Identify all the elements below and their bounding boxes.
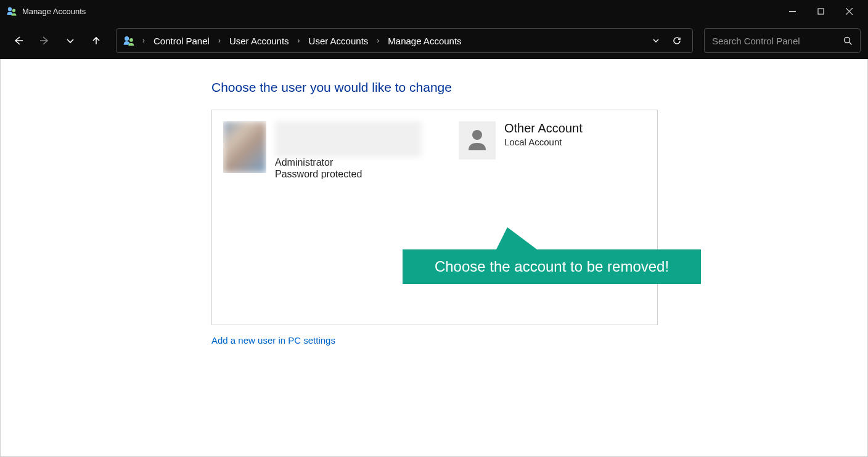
account-name-redacted [275, 121, 422, 157]
svg-point-1 [12, 9, 15, 12]
chevron-right-icon: › [298, 36, 300, 45]
refresh-button[interactable] [668, 36, 686, 45]
account-card-primary[interactable]: Administrator Password protected [223, 121, 422, 313]
maximize-button[interactable] [806, 1, 835, 21]
svg-point-7 [129, 38, 133, 42]
content-area: Choose the user you would like to change… [0, 59, 868, 457]
svg-line-9 [850, 42, 852, 44]
recent-locations-button[interactable] [59, 30, 81, 52]
avatar-generic-icon [459, 121, 496, 160]
address-bar[interactable]: › Control Panel › User Accounts › User A… [116, 28, 693, 53]
breadcrumb-item[interactable]: Control Panel [150, 33, 213, 49]
callout-annotation: Choose the account to be removed! [403, 249, 701, 284]
titlebar: Manage Accounts [0, 0, 868, 22]
page-heading: Choose the user you would like to change [211, 80, 867, 95]
svg-point-0 [8, 7, 12, 11]
user-accounts-icon [123, 34, 135, 47]
avatar [223, 121, 266, 173]
account-role: Administrator [275, 157, 422, 168]
account-card-other[interactable]: Other Account Local Account [459, 121, 583, 313]
account-info: Administrator Password protected [275, 121, 422, 180]
svg-rect-3 [818, 9, 824, 14]
accounts-list: Administrator Password protected Other A… [211, 110, 658, 325]
chevron-right-icon: › [377, 36, 379, 45]
add-user-link[interactable]: Add a new user in PC settings [211, 335, 335, 346]
account-type: Local Account [504, 137, 583, 147]
address-dropdown-button[interactable] [647, 36, 665, 45]
user-accounts-icon [6, 6, 17, 17]
close-button[interactable] [835, 1, 863, 21]
account-protection: Password protected [275, 169, 422, 180]
breadcrumb-item[interactable]: User Accounts [305, 33, 372, 49]
chevron-right-icon: › [142, 36, 145, 45]
breadcrumb-item[interactable]: Manage Accounts [384, 33, 465, 49]
chevron-right-icon: › [218, 36, 221, 45]
forward-button[interactable] [33, 30, 55, 52]
account-info: Other Account Local Account [504, 121, 583, 147]
account-name: Other Account [504, 121, 583, 135]
search-icon [843, 36, 853, 46]
callout-text: Choose the account to be removed! [435, 258, 669, 275]
up-button[interactable] [85, 30, 107, 52]
callout-arrow-icon [496, 227, 537, 249]
minimize-button[interactable] [778, 1, 806, 21]
svg-point-6 [125, 36, 129, 41]
window-title: Manage Accounts [22, 7, 86, 16]
svg-point-10 [472, 130, 482, 140]
search-placeholder: Search Control Panel [712, 36, 843, 46]
search-input[interactable]: Search Control Panel [704, 28, 861, 53]
back-button[interactable] [7, 30, 30, 52]
toolbar: › Control Panel › User Accounts › User A… [0, 22, 868, 59]
svg-point-8 [845, 37, 850, 42]
breadcrumb-item[interactable]: User Accounts [226, 33, 293, 49]
